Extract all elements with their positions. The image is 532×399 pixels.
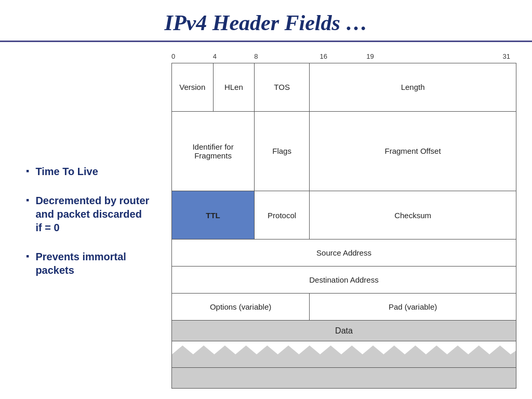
bullet-marker-2: ▪	[26, 195, 29, 206]
field-length: Length	[310, 63, 516, 112]
bullet-ttl: ▪ Time To Live	[26, 165, 151, 178]
header-row-6: Options (variable) Pad (variable)	[172, 294, 516, 321]
bit-numbers: 0 4 8 16 19 31	[171, 52, 516, 63]
header-row-1: Version HLen TOS Length	[172, 63, 516, 112]
empty-cell	[172, 368, 516, 389]
empty-row	[172, 368, 516, 389]
wave-svg-container	[172, 341, 516, 367]
data-row: Data	[172, 321, 516, 341]
field-fragment-offset: Fragment Offset	[310, 111, 516, 191]
field-data: Data	[172, 321, 516, 341]
field-identifier: Identifier for Fragments	[172, 111, 255, 191]
bit-8: 8	[254, 52, 258, 60]
field-hlen: HLen	[213, 63, 255, 112]
slide: IPv4 Header Fields … ▪ Time To Live ▪ De…	[0, 0, 532, 399]
right-panel: 0 4 8 16 19 31 Version HLen TOS Length I…	[171, 52, 516, 389]
field-pad: Pad (variable)	[310, 294, 516, 321]
field-tos: TOS	[255, 63, 310, 112]
bullet-text-decrement: Decremented by router and packet discard…	[35, 194, 151, 234]
bit-0: 0	[171, 52, 175, 60]
field-protocol: Protocol	[255, 191, 310, 240]
bullet-marker-1: ▪	[26, 166, 29, 177]
field-version: Version	[172, 63, 214, 112]
bullet-decrement: ▪ Decremented by router and packet disca…	[26, 194, 151, 234]
field-options: Options (variable)	[172, 294, 310, 321]
field-flags: Flags	[255, 111, 310, 191]
bullet-immortal: ▪ Prevents immortal packets	[26, 250, 151, 277]
field-ttl: TTL	[172, 191, 255, 240]
bit-16: 16	[320, 52, 327, 60]
field-source-address: Source Address	[172, 240, 516, 267]
left-panel: ▪ Time To Live ▪ Decremented by router a…	[16, 52, 161, 389]
field-destination-address: Destination Address	[172, 267, 516, 294]
bit-31: 31	[502, 52, 510, 60]
bullet-text-immortal: Prevents immortal packets	[35, 250, 151, 277]
bullet-text-ttl: Time To Live	[35, 165, 98, 178]
bit-4: 4	[213, 52, 217, 60]
header-row-4: Source Address	[172, 240, 516, 267]
header-row-5: Destination Address	[172, 267, 516, 294]
wave-row	[172, 341, 516, 368]
bullet-marker-3: ▪	[26, 251, 29, 262]
field-checksum: Checksum	[310, 191, 516, 240]
slide-content: ▪ Time To Live ▪ Decremented by router a…	[0, 42, 532, 399]
header-row-3: TTL Protocol Checksum	[172, 191, 516, 240]
bit-19: 19	[366, 52, 374, 60]
slide-title: IPv4 Header Fields …	[21, 10, 511, 35]
wave-decoration	[172, 341, 516, 368]
wave-svg	[172, 341, 516, 367]
ipv4-diagram: Version HLen TOS Length Identifier for F…	[171, 63, 516, 389]
header-row-2: Identifier for Fragments Flags Fragment …	[172, 111, 516, 191]
slide-header: IPv4 Header Fields …	[0, 0, 532, 42]
